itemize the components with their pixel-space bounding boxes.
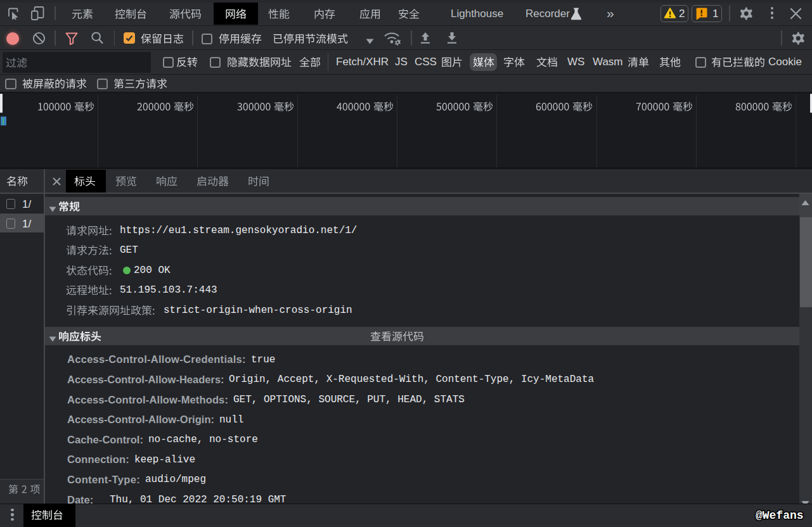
svg-text:@Wefans: @Wefans (756, 509, 804, 522)
